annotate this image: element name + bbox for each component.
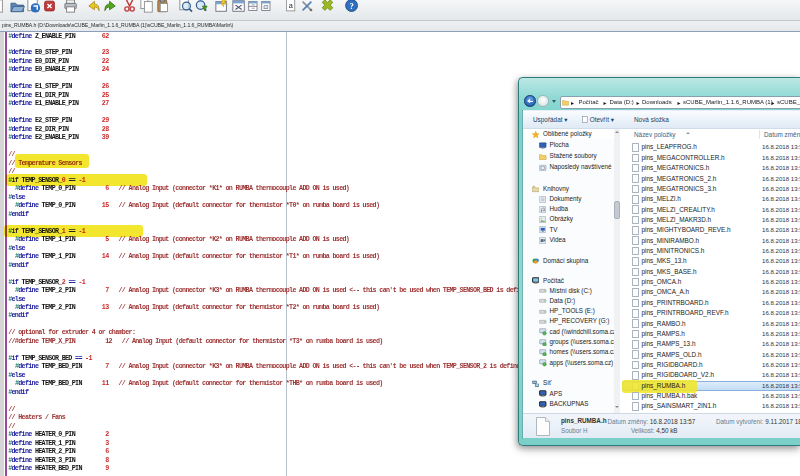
svg-text:?: ?	[349, 1, 353, 11]
